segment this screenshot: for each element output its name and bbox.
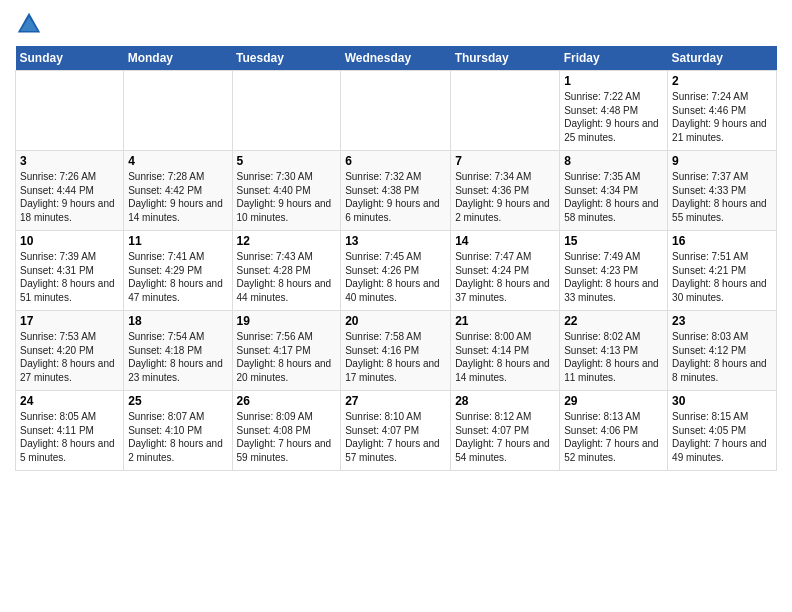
calendar-cell: 1Sunrise: 7:22 AM Sunset: 4:48 PM Daylig… xyxy=(560,71,668,151)
calendar-table: SundayMondayTuesdayWednesdayThursdayFrid… xyxy=(15,46,777,471)
day-number: 15 xyxy=(564,234,663,248)
day-number: 19 xyxy=(237,314,337,328)
week-row-5: 24Sunrise: 8:05 AM Sunset: 4:11 PM Dayli… xyxy=(16,391,777,471)
calendar-cell: 27Sunrise: 8:10 AM Sunset: 4:07 PM Dayli… xyxy=(341,391,451,471)
calendar-cell: 26Sunrise: 8:09 AM Sunset: 4:08 PM Dayli… xyxy=(232,391,341,471)
calendar-cell: 18Sunrise: 7:54 AM Sunset: 4:18 PM Dayli… xyxy=(124,311,232,391)
day-number: 20 xyxy=(345,314,446,328)
day-number: 10 xyxy=(20,234,119,248)
day-number: 6 xyxy=(345,154,446,168)
day-number: 14 xyxy=(455,234,555,248)
day-info: Sunrise: 7:49 AM Sunset: 4:23 PM Dayligh… xyxy=(564,250,663,304)
weekday-header-thursday: Thursday xyxy=(451,46,560,71)
weekday-header-friday: Friday xyxy=(560,46,668,71)
calendar-cell: 30Sunrise: 8:15 AM Sunset: 4:05 PM Dayli… xyxy=(668,391,777,471)
calendar-cell: 10Sunrise: 7:39 AM Sunset: 4:31 PM Dayli… xyxy=(16,231,124,311)
calendar-cell xyxy=(341,71,451,151)
day-info: Sunrise: 7:53 AM Sunset: 4:20 PM Dayligh… xyxy=(20,330,119,384)
day-info: Sunrise: 8:05 AM Sunset: 4:11 PM Dayligh… xyxy=(20,410,119,464)
day-info: Sunrise: 8:02 AM Sunset: 4:13 PM Dayligh… xyxy=(564,330,663,384)
calendar-cell: 25Sunrise: 8:07 AM Sunset: 4:10 PM Dayli… xyxy=(124,391,232,471)
calendar-cell: 28Sunrise: 8:12 AM Sunset: 4:07 PM Dayli… xyxy=(451,391,560,471)
calendar-cell: 17Sunrise: 7:53 AM Sunset: 4:20 PM Dayli… xyxy=(16,311,124,391)
week-row-3: 10Sunrise: 7:39 AM Sunset: 4:31 PM Dayli… xyxy=(16,231,777,311)
day-info: Sunrise: 7:26 AM Sunset: 4:44 PM Dayligh… xyxy=(20,170,119,224)
day-info: Sunrise: 7:24 AM Sunset: 4:46 PM Dayligh… xyxy=(672,90,772,144)
day-number: 21 xyxy=(455,314,555,328)
weekday-header-monday: Monday xyxy=(124,46,232,71)
day-info: Sunrise: 7:39 AM Sunset: 4:31 PM Dayligh… xyxy=(20,250,119,304)
weekday-header-sunday: Sunday xyxy=(16,46,124,71)
calendar-cell: 16Sunrise: 7:51 AM Sunset: 4:21 PM Dayli… xyxy=(668,231,777,311)
day-number: 4 xyxy=(128,154,227,168)
day-info: Sunrise: 7:28 AM Sunset: 4:42 PM Dayligh… xyxy=(128,170,227,224)
day-info: Sunrise: 7:41 AM Sunset: 4:29 PM Dayligh… xyxy=(128,250,227,304)
day-number: 22 xyxy=(564,314,663,328)
calendar-cell xyxy=(124,71,232,151)
calendar-cell: 29Sunrise: 8:13 AM Sunset: 4:06 PM Dayli… xyxy=(560,391,668,471)
day-number: 8 xyxy=(564,154,663,168)
day-info: Sunrise: 7:32 AM Sunset: 4:38 PM Dayligh… xyxy=(345,170,446,224)
day-info: Sunrise: 7:22 AM Sunset: 4:48 PM Dayligh… xyxy=(564,90,663,144)
calendar-cell: 7Sunrise: 7:34 AM Sunset: 4:36 PM Daylig… xyxy=(451,151,560,231)
calendar-cell: 13Sunrise: 7:45 AM Sunset: 4:26 PM Dayli… xyxy=(341,231,451,311)
calendar-cell: 15Sunrise: 7:49 AM Sunset: 4:23 PM Dayli… xyxy=(560,231,668,311)
calendar-cell: 19Sunrise: 7:56 AM Sunset: 4:17 PM Dayli… xyxy=(232,311,341,391)
day-number: 18 xyxy=(128,314,227,328)
day-info: Sunrise: 8:09 AM Sunset: 4:08 PM Dayligh… xyxy=(237,410,337,464)
day-info: Sunrise: 7:34 AM Sunset: 4:36 PM Dayligh… xyxy=(455,170,555,224)
calendar-cell: 11Sunrise: 7:41 AM Sunset: 4:29 PM Dayli… xyxy=(124,231,232,311)
calendar-cell: 12Sunrise: 7:43 AM Sunset: 4:28 PM Dayli… xyxy=(232,231,341,311)
day-number: 1 xyxy=(564,74,663,88)
day-info: Sunrise: 7:58 AM Sunset: 4:16 PM Dayligh… xyxy=(345,330,446,384)
day-number: 16 xyxy=(672,234,772,248)
page-container: SundayMondayTuesdayWednesdayThursdayFrid… xyxy=(0,0,792,481)
calendar-cell xyxy=(451,71,560,151)
day-info: Sunrise: 7:51 AM Sunset: 4:21 PM Dayligh… xyxy=(672,250,772,304)
day-number: 5 xyxy=(237,154,337,168)
day-info: Sunrise: 7:30 AM Sunset: 4:40 PM Dayligh… xyxy=(237,170,337,224)
day-number: 26 xyxy=(237,394,337,408)
week-row-2: 3Sunrise: 7:26 AM Sunset: 4:44 PM Daylig… xyxy=(16,151,777,231)
day-info: Sunrise: 7:43 AM Sunset: 4:28 PM Dayligh… xyxy=(237,250,337,304)
calendar-cell: 14Sunrise: 7:47 AM Sunset: 4:24 PM Dayli… xyxy=(451,231,560,311)
day-info: Sunrise: 7:35 AM Sunset: 4:34 PM Dayligh… xyxy=(564,170,663,224)
calendar-cell: 5Sunrise: 7:30 AM Sunset: 4:40 PM Daylig… xyxy=(232,151,341,231)
day-number: 9 xyxy=(672,154,772,168)
weekday-header-saturday: Saturday xyxy=(668,46,777,71)
day-info: Sunrise: 8:00 AM Sunset: 4:14 PM Dayligh… xyxy=(455,330,555,384)
day-number: 7 xyxy=(455,154,555,168)
calendar-cell: 23Sunrise: 8:03 AM Sunset: 4:12 PM Dayli… xyxy=(668,311,777,391)
day-info: Sunrise: 7:47 AM Sunset: 4:24 PM Dayligh… xyxy=(455,250,555,304)
day-info: Sunrise: 7:37 AM Sunset: 4:33 PM Dayligh… xyxy=(672,170,772,224)
day-number: 29 xyxy=(564,394,663,408)
calendar-cell: 20Sunrise: 7:58 AM Sunset: 4:16 PM Dayli… xyxy=(341,311,451,391)
calendar-cell: 9Sunrise: 7:37 AM Sunset: 4:33 PM Daylig… xyxy=(668,151,777,231)
calendar-cell: 22Sunrise: 8:02 AM Sunset: 4:13 PM Dayli… xyxy=(560,311,668,391)
day-number: 28 xyxy=(455,394,555,408)
weekday-header-tuesday: Tuesday xyxy=(232,46,341,71)
calendar-cell: 4Sunrise: 7:28 AM Sunset: 4:42 PM Daylig… xyxy=(124,151,232,231)
calendar-cell: 2Sunrise: 7:24 AM Sunset: 4:46 PM Daylig… xyxy=(668,71,777,151)
calendar-cell xyxy=(16,71,124,151)
day-number: 24 xyxy=(20,394,119,408)
logo xyxy=(15,10,47,38)
day-number: 12 xyxy=(237,234,337,248)
day-info: Sunrise: 8:10 AM Sunset: 4:07 PM Dayligh… xyxy=(345,410,446,464)
page-header xyxy=(15,10,777,38)
day-number: 13 xyxy=(345,234,446,248)
day-number: 23 xyxy=(672,314,772,328)
calendar-cell: 8Sunrise: 7:35 AM Sunset: 4:34 PM Daylig… xyxy=(560,151,668,231)
week-row-4: 17Sunrise: 7:53 AM Sunset: 4:20 PM Dayli… xyxy=(16,311,777,391)
day-info: Sunrise: 8:03 AM Sunset: 4:12 PM Dayligh… xyxy=(672,330,772,384)
weekday-header-wednesday: Wednesday xyxy=(341,46,451,71)
day-info: Sunrise: 8:13 AM Sunset: 4:06 PM Dayligh… xyxy=(564,410,663,464)
weekday-header-row: SundayMondayTuesdayWednesdayThursdayFrid… xyxy=(16,46,777,71)
day-number: 27 xyxy=(345,394,446,408)
day-info: Sunrise: 8:12 AM Sunset: 4:07 PM Dayligh… xyxy=(455,410,555,464)
calendar-cell xyxy=(232,71,341,151)
calendar-cell: 24Sunrise: 8:05 AM Sunset: 4:11 PM Dayli… xyxy=(16,391,124,471)
day-number: 25 xyxy=(128,394,227,408)
day-info: Sunrise: 8:07 AM Sunset: 4:10 PM Dayligh… xyxy=(128,410,227,464)
day-info: Sunrise: 7:54 AM Sunset: 4:18 PM Dayligh… xyxy=(128,330,227,384)
